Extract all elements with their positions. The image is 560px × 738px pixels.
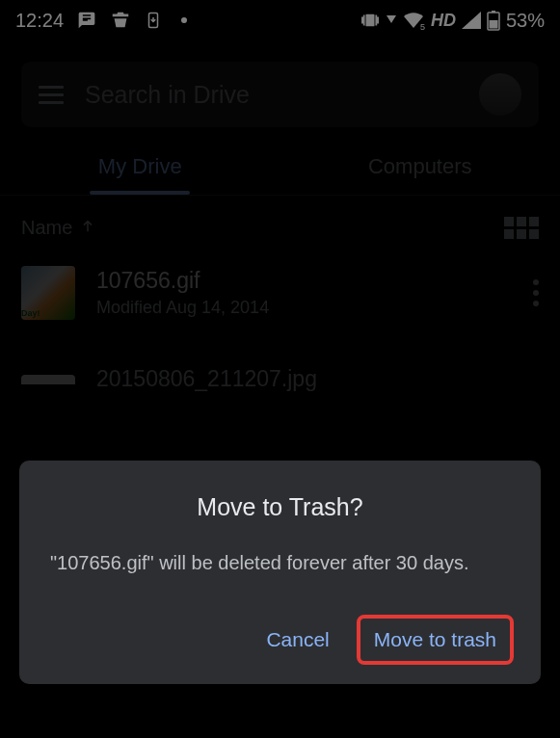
cancel-button[interactable]: Cancel <box>253 619 342 661</box>
dialog-actions: Cancel Move to trash <box>50 619 510 661</box>
dialog-title: Move to Trash? <box>50 493 510 521</box>
dialog-body: "107656.gif" will be deleted forever aft… <box>50 548 510 578</box>
move-to-trash-button[interactable]: Move to trash <box>360 619 510 661</box>
move-to-trash-dialog: Move to Trash? "107656.gif" will be dele… <box>19 461 541 684</box>
